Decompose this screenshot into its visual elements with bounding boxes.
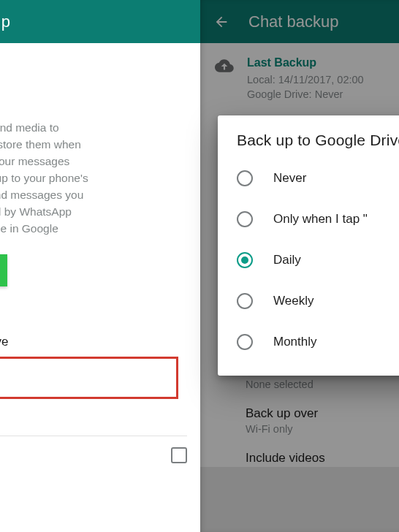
radio-only-when-tap[interactable] [237, 211, 253, 227]
option-daily-label: Daily [273, 253, 301, 267]
left-screen: backup p 1/2017, 02:00 e: Never ur messa… [0, 0, 200, 532]
option-never[interactable]: Never [218, 158, 399, 199]
highlight-box [0, 357, 178, 399]
include-videos-row-left[interactable]: deos [0, 441, 200, 464]
left-appbar-title: backup [0, 12, 10, 31]
option-never-label: Never [273, 171, 306, 186]
left-appbar: backup [0, 0, 200, 43]
option-weekly-label: Weekly [273, 294, 314, 308]
dialog-title: Back up to Google Drive [218, 132, 399, 158]
option-monthly[interactable]: Monthly [218, 322, 399, 362]
left-gdrive-settings-title: ve settings [0, 305, 187, 319]
backup-to-google-drive-label: o Google Drive [0, 333, 187, 351]
left-gdrive-settings-header: ve settings [0, 286, 200, 327]
left-last-backup-gdrive: e: Never [0, 91, 187, 107]
left-last-backup-section: p 1/2017, 02:00 e: Never [0, 43, 200, 107]
left-description: ur messages and media to ve. You can res… [0, 107, 200, 244]
divider [0, 436, 187, 436]
radio-weekly[interactable] [237, 293, 253, 309]
radio-monthly[interactable] [237, 334, 253, 350]
option-only-when-tap-label: Only when I tap " [273, 212, 368, 227]
option-daily[interactable]: Daily [218, 240, 399, 281]
left-last-backup-title: p [0, 58, 187, 71]
option-monthly-label: Monthly [273, 335, 317, 349]
radio-never[interactable] [237, 170, 253, 186]
backup-button[interactable]: P [0, 254, 7, 286]
include-videos-checkbox-left[interactable] [171, 447, 187, 463]
left-last-backup-local: 1/2017, 02:00 [0, 75, 187, 91]
option-only-when-tap[interactable]: Only when I tap " [218, 199, 399, 240]
backup-frequency-dialog: Back up to Google Drive Never Only when … [218, 115, 399, 376]
backup-over-row-left-title: over [0, 402, 187, 419]
radio-daily[interactable] [237, 252, 253, 268]
option-weekly[interactable]: Weekly [218, 281, 399, 322]
backup-over-row-left[interactable]: over [0, 395, 200, 428]
